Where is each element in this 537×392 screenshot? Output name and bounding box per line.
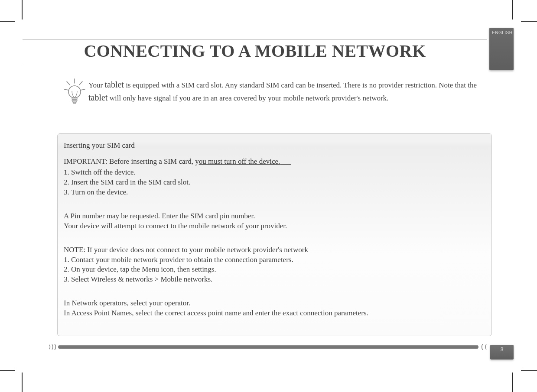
intro-tablet-word: tablet xyxy=(105,80,124,89)
step-item: 3. Turn on the device. xyxy=(64,188,484,198)
instructions-panel: Inserting your SIM card IMPORTANT: Befor… xyxy=(57,133,492,336)
crop-mark xyxy=(521,21,537,22)
important-prefix: IMPORTANT: Before inserting a SIM card, … xyxy=(64,157,199,165)
important-block: IMPORTANT: Before inserting a SIM card, … xyxy=(64,157,484,198)
svg-line-1 xyxy=(67,81,70,85)
intro-text: Your tablet is equipped with a SIM card … xyxy=(88,78,478,104)
language-tab-label: ENGLISH xyxy=(489,28,514,35)
step-item: 1. Switch off the device. xyxy=(64,168,484,178)
title-rule-bottom xyxy=(23,63,487,63)
crop-mark xyxy=(512,0,513,19)
step-item: 2. Insert the SIM card in the SIM card s… xyxy=(64,178,484,188)
svg-rect-9 xyxy=(73,102,76,104)
important-line: IMPORTANT: Before inserting a SIM card, … xyxy=(64,157,484,167)
crop-mark xyxy=(512,373,513,392)
final-line: In Network operators, select your operat… xyxy=(64,298,484,308)
svg-line-3 xyxy=(64,89,68,90)
pin-line: A Pin number may be requested. Enter the… xyxy=(64,211,484,221)
final-block: In Network operators, select your operat… xyxy=(64,298,484,318)
panel-section-title: Inserting your SIM card xyxy=(64,141,484,151)
page-title: CONNECTING TO A MOBILE NETWORK xyxy=(23,41,487,61)
intro-text-part: will only have signal if you are in an a… xyxy=(107,94,388,102)
final-line: In Access Point Names, select the correc… xyxy=(64,308,484,318)
intro-text-part: Your xyxy=(88,81,105,89)
page: CONNECTING TO A MOBILE NETWORK ENGLISH xyxy=(23,22,512,370)
step-item: 3. Select Wireless & networks > Mobile n… xyxy=(64,275,484,285)
step-item: 1. Contact your mobile network provider … xyxy=(64,255,484,265)
crop-mark xyxy=(521,370,537,371)
pin-line: Your device will attempt to connect to t… xyxy=(64,221,484,231)
lightbulb-icon xyxy=(62,78,88,104)
crop-mark xyxy=(0,370,15,371)
page-number: 3 xyxy=(501,347,504,353)
important-underlined: ou must turn off the device. xyxy=(199,157,280,165)
page-number-tab: 3 xyxy=(490,345,514,360)
svg-line-2 xyxy=(79,81,82,85)
svg-line-4 xyxy=(81,89,85,90)
svg-rect-10 xyxy=(58,345,478,349)
crop-mark xyxy=(0,21,15,22)
intro-block: Your tablet is equipped with a SIM card … xyxy=(62,78,478,104)
pin-block: A Pin number may be requested. Enter the… xyxy=(64,211,484,231)
underline-padding xyxy=(280,157,291,165)
intro-text-part: is equipped with a SIM card slot. Any st… xyxy=(124,81,477,89)
step-item: 2. On your device, tap the Menu icon, th… xyxy=(64,265,484,275)
footer-decoration-bar xyxy=(49,344,491,350)
intro-tablet-word: tablet xyxy=(88,93,107,102)
svg-point-5 xyxy=(68,86,81,98)
language-tab: ENGLISH xyxy=(489,28,514,70)
note-block: NOTE: If your device does not connect to… xyxy=(64,245,484,285)
crop-mark xyxy=(22,0,23,19)
note-title: NOTE: If your device does not connect to… xyxy=(64,245,484,255)
crop-mark xyxy=(22,373,23,392)
title-rule-top xyxy=(23,39,487,39)
svg-rect-6 xyxy=(72,98,77,100)
